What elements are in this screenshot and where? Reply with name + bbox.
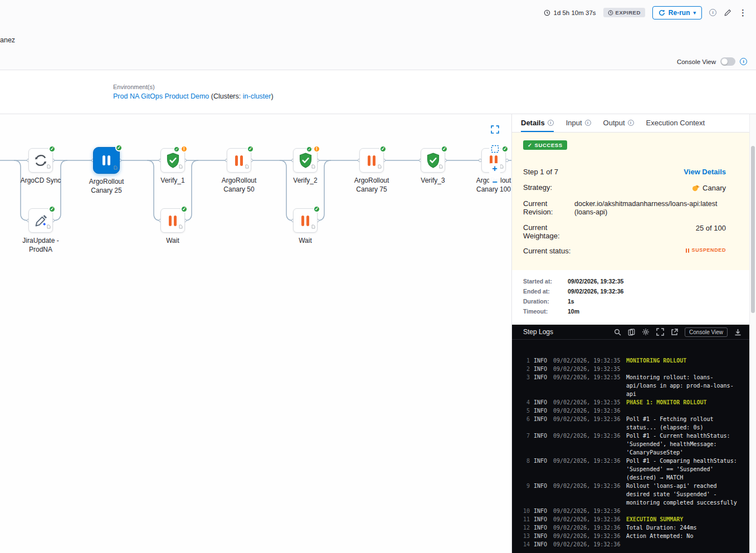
caret-down-icon: ▾: [693, 10, 696, 16]
rerun-info-icon[interactable]: i: [709, 9, 716, 16]
detail-field: Strategy:Canary: [523, 184, 726, 193]
timing-value: 1s: [568, 298, 738, 305]
pipeline-node-argorollout-canary-25[interactable]: ✓: [93, 147, 120, 174]
tab-input[interactable]: Inputi: [566, 114, 591, 132]
log-timestamp: 09/02/2026, 19:32:35: [553, 398, 622, 407]
canvas-controls: + −: [489, 124, 500, 196]
node-label-argocd-sync: ArgoCD Sync: [10, 177, 71, 185]
pipeline-node-verify-2[interactable]: !✓: [293, 148, 318, 173]
log-timestamp: 09/02/2026, 19:32:36: [553, 540, 622, 549]
log-level: INFO: [534, 365, 549, 373]
suspended-badge: SUSPENDED: [574, 247, 726, 253]
log-download-icon[interactable]: [734, 329, 742, 336]
log-line-number: 8: [522, 457, 530, 465]
node-label-wait-1: Wait: [142, 237, 203, 246]
log-console-view-button[interactable]: Console View: [685, 327, 728, 337]
cluster-link[interactable]: in-cluster: [243, 92, 271, 100]
kebab-menu-icon[interactable]: ⋮: [739, 8, 747, 17]
tab-details[interactable]: Detailsi: [521, 114, 554, 132]
page-scrollbar[interactable]: [749, 114, 756, 553]
console-view-control: Console View i: [677, 57, 747, 66]
log-timestamp: 09/02/2026, 19:32:36: [553, 457, 622, 465]
timing-row: Duration:1s: [523, 298, 738, 305]
pipeline-node-wait-2[interactable]: ✓: [293, 208, 318, 233]
zoom-in-icon[interactable]: +: [489, 163, 500, 174]
header-actions: 1d 5h 10m 37s EXPIRED Re-run ▾ i ⋮: [544, 0, 747, 25]
success-check-badge: ✓: [115, 144, 123, 151]
log-line-number: 5: [522, 407, 530, 415]
log-level: INFO: [534, 356, 549, 365]
field-label: Strategy:: [523, 184, 574, 192]
log-line-number: 7: [522, 432, 530, 440]
log-search-icon[interactable]: [614, 329, 621, 336]
step-count: Step 1 of 7: [523, 168, 558, 176]
pipeline-node-jiraupdate-prodna[interactable]: ✓: [28, 208, 53, 233]
log-line: 1INFO09/02/2026, 19:32:35MONITORING ROLL…: [522, 356, 743, 365]
pause-bars-icon: [686, 248, 689, 253]
log-line: 12INFO09/02/2026, 19:32:36Total Duration…: [522, 523, 743, 532]
rollout-pause-bars-icon: [368, 155, 375, 166]
zoom-out-icon[interactable]: −: [489, 177, 500, 188]
log-open-external-icon[interactable]: [671, 329, 678, 336]
node-label-verify-1: Verify_1: [142, 177, 203, 185]
log-line-number: 11: [522, 515, 530, 523]
tab-execution-context[interactable]: Execution Context: [646, 114, 705, 132]
pipeline-node-verify-1[interactable]: !✓: [160, 148, 185, 173]
console-view-toggle[interactable]: [720, 57, 735, 66]
log-copy-icon[interactable]: [628, 329, 635, 336]
node-label-argorollout-canary-75: ArgoRolloutCanary 75: [341, 177, 402, 194]
log-line: 4INFO09/02/2026, 19:32:35PHASE 1: MONITO…: [522, 398, 743, 407]
duration-text: 1d 5h 10m 37s: [553, 9, 596, 16]
field-value: docker.io/akshitmadanharness/loans-api:l…: [574, 200, 726, 217]
scrollbar-thumb[interactable]: [751, 146, 755, 313]
rerun-button[interactable]: Re-run ▾: [652, 6, 702, 19]
tab-output[interactable]: Outputi: [603, 114, 634, 132]
step-mini-icon: [179, 221, 183, 231]
step-mini-icon: [114, 162, 118, 172]
log-line-number: 10: [522, 507, 530, 515]
mini-success-check-badge: ✓: [174, 146, 179, 152]
pipeline-node-wait-1[interactable]: ✓: [160, 208, 185, 233]
pipeline-canvas[interactable]: ✓ArgoCD Sync✓ArgoRolloutCanary 25!✓Verif…: [0, 114, 511, 553]
log-line: 10INFO09/02/2026, 19:32:36: [522, 507, 743, 515]
mini-success-check-badge: ✓: [306, 146, 312, 152]
log-line-number: 9: [522, 482, 530, 490]
log-line: 6INFO09/02/2026, 19:32:36Poll #1 - Fetch…: [522, 415, 743, 432]
log-message: Poll #1 - Current healthStatus: 'Suspend…: [626, 432, 743, 457]
step-mini-icon: [245, 161, 249, 171]
field-value: 25 of 100: [574, 224, 726, 233]
log-fullscreen-icon[interactable]: [656, 328, 664, 336]
refresh-icon: [659, 9, 665, 16]
log-settings-gear-icon[interactable]: [642, 328, 650, 336]
log-level: INFO: [534, 398, 549, 407]
pipeline-node-argorollout-canary-75[interactable]: ✓: [359, 148, 384, 173]
breadcrumb[interactable]: anez: [0, 36, 15, 44]
log-message: PHASE 1: MONITOR ROLLOUT: [626, 398, 743, 407]
timing-label: Started at:: [523, 278, 568, 285]
canvas-selection-icon[interactable]: [489, 143, 500, 154]
success-check-badge: ✓: [501, 145, 509, 153]
step-mini-icon: [500, 161, 504, 171]
edit-pencil-icon[interactable]: [724, 9, 731, 17]
view-details-link[interactable]: View Details: [684, 168, 726, 176]
execution-duration: 1d 5h 10m 37s: [544, 9, 596, 16]
log-level: INFO: [534, 532, 549, 540]
pipeline-node-argorollout-canary-50[interactable]: ✓: [227, 148, 251, 173]
verify-shield-icon: [426, 153, 441, 169]
console-view-info-icon[interactable]: i: [740, 58, 747, 65]
log-message: Poll #1 - Comparing healthStatus: 'Suspe…: [626, 457, 743, 482]
node-label-argorollout-canary-25: ArgoRolloutCanary 25: [76, 178, 137, 195]
environment-link[interactable]: Prod NA GitOps Product Demo: [113, 92, 209, 100]
log-line: 13INFO09/02/2026, 19:32:36Action Attempt…: [522, 532, 743, 540]
log-line: 5INFO09/02/2026, 19:32:36: [522, 407, 743, 415]
log-level: INFO: [534, 432, 549, 440]
log-body[interactable]: 1INFO09/02/2026, 19:32:35MONITORING ROLL…: [512, 340, 749, 553]
panel-tabs: DetailsiInputiOutputiExecution Context: [512, 114, 749, 133]
field-label: Current Revision:: [523, 200, 574, 217]
tab-label: Output: [603, 119, 625, 127]
canvas-fullscreen-icon[interactable]: [489, 124, 500, 135]
log-timestamp: 09/02/2026, 19:32:36: [553, 415, 622, 423]
pipeline-node-argocd-sync[interactable]: ✓: [28, 148, 53, 173]
pipeline-node-verify-3[interactable]: ✓: [421, 148, 445, 173]
node-label-argorollout-canary-50: ArgoRolloutCanary 50: [208, 177, 270, 194]
